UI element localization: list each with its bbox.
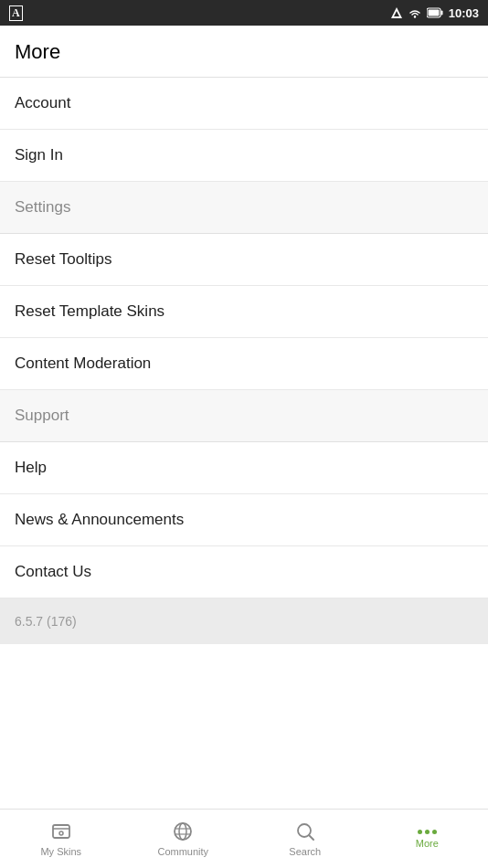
version-area: 6.5.7 (176) [0, 598, 488, 644]
svg-point-9 [175, 823, 191, 840]
svg-point-2 [414, 16, 416, 17]
status-time: 10:03 [449, 6, 479, 20]
search-icon [294, 820, 316, 842]
menu-item-content-moderation-label: Content Moderation [15, 355, 151, 373]
menu-item-help[interactable]: Help [0, 442, 488, 494]
bottom-nav: My Skins Community Search More [0, 809, 488, 868]
menu-item-support-label: Support [15, 407, 69, 425]
menu-item-news-announcements[interactable]: News & Announcements [0, 494, 488, 546]
menu-item-help-label: Help [15, 459, 47, 477]
battery-icon [427, 7, 443, 18]
nav-item-search[interactable]: Search [244, 810, 366, 868]
menu-item-content-moderation[interactable]: Content Moderation [0, 338, 488, 390]
menu-item-contact-us[interactable]: Contact Us [0, 546, 488, 598]
nav-label-community: Community [157, 846, 208, 857]
more-dots-icon [418, 830, 437, 834]
a-icon: A [9, 5, 23, 21]
menu-item-account[interactable]: Account [0, 78, 488, 130]
svg-point-8 [59, 831, 63, 835]
svg-rect-5 [428, 10, 439, 16]
menu-item-settings[interactable]: Settings [0, 182, 488, 234]
nav-label-more: More [416, 838, 439, 849]
page: More Account Sign In Settings Reset Tool… [0, 26, 488, 868]
status-bar-right: 10:03 [390, 6, 479, 20]
menu-item-reset-tooltips-label: Reset Tooltips [15, 250, 111, 269]
menu-item-account-label: Account [15, 94, 70, 112]
menu-item-reset-template-skins-label: Reset Template Skins [15, 302, 164, 321]
nav-item-community[interactable]: Community [122, 810, 245, 868]
menu-item-contact-us-label: Contact Us [15, 563, 91, 581]
nav-label-search: Search [289, 846, 321, 857]
status-bar: A 10:03 [0, 0, 488, 26]
menu-item-settings-label: Settings [15, 198, 70, 217]
nav-item-my-skins[interactable]: My Skins [0, 810, 122, 868]
menu-item-reset-tooltips[interactable]: Reset Tooltips [0, 234, 488, 286]
svg-rect-4 [440, 11, 442, 16]
menu-list: Account Sign In Settings Reset Tooltips … [0, 78, 488, 868]
community-icon [172, 820, 194, 842]
nav-item-more[interactable]: More [366, 810, 489, 868]
nav-label-my-skins: My Skins [40, 846, 81, 857]
menu-item-sign-in-label: Sign In [15, 146, 63, 164]
svg-line-14 [309, 835, 313, 840]
svg-point-10 [179, 823, 186, 840]
menu-item-reset-template-skins[interactable]: Reset Template Skins [0, 286, 488, 338]
wifi-icon [408, 6, 421, 19]
version-text: 6.5.7 (176) [15, 614, 77, 629]
page-title: More [15, 40, 60, 63]
header: More [0, 26, 488, 78]
menu-item-sign-in[interactable]: Sign In [0, 130, 488, 182]
signal-icon [390, 6, 403, 19]
my-skins-icon [50, 820, 72, 842]
menu-item-news-announcements-label: News & Announcements [15, 511, 184, 529]
status-bar-left: A [9, 5, 23, 21]
menu-item-support[interactable]: Support [0, 390, 488, 442]
